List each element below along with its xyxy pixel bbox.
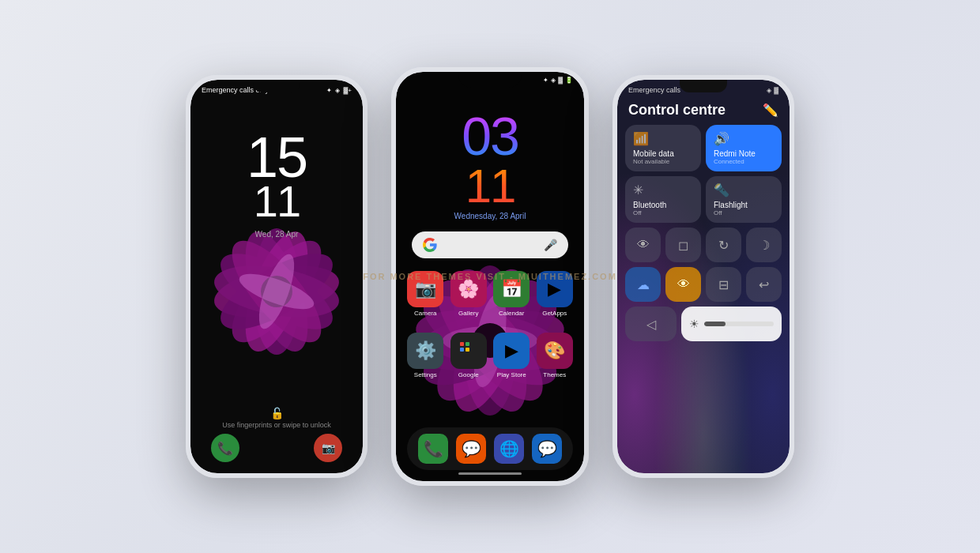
mobile-data-labels: Mobile data Not available	[633, 146, 693, 165]
app-settings[interactable]: ⚙️ Settings	[407, 333, 444, 378]
google-app-icon	[450, 333, 487, 369]
redmi-note-label: Redmi Note	[714, 149, 774, 158]
quick-tile-3[interactable]: ↻	[706, 228, 741, 262]
search-bar[interactable]: 🎤	[412, 231, 568, 258]
quick-tile-8[interactable]: ↩	[746, 267, 782, 302]
calendar-label: Calendar	[499, 310, 524, 317]
gallery-app-icon: 🌸	[450, 271, 487, 307]
control-row-1: 📶 Mobile data Not available 🔊 Redmi Note…	[625, 125, 782, 171]
status-icons: ✦ ◈ ▓+	[326, 87, 352, 94]
back-tile[interactable]: ◁	[625, 307, 677, 341]
rotation-icon: ↻	[718, 238, 729, 253]
camera-button[interactable]: 📷	[314, 434, 342, 462]
app-themes[interactable]: 🎨 Themes	[537, 333, 574, 378]
bluetooth-sublabel: Off	[633, 209, 693, 216]
dock-messages[interactable]: 💬	[456, 434, 486, 464]
control-header: Control centre ✏️	[617, 97, 790, 125]
camera-app-icon: 📷	[407, 271, 443, 307]
home-time-row: 03	[412, 109, 568, 163]
quick-tile-6[interactable]: 👁	[665, 267, 701, 302]
phone-button[interactable]: 📞	[211, 434, 239, 462]
notch	[253, 80, 300, 92]
app-playstore[interactable]: ▶ Play Store	[493, 333, 530, 378]
phone-lock-screen: Emergency calls only ✦ ◈ ▓+ 15 11 Wed, 2…	[186, 75, 368, 478]
svg-rect-27	[466, 342, 469, 346]
control-status-icons: ◈ ▓	[767, 87, 778, 94]
flashlight-sublabel: Off	[714, 209, 774, 216]
app-gallery[interactable]: 🌸 Gallery	[450, 271, 488, 317]
quick-tile-4[interactable]: ☽	[746, 228, 782, 262]
bluetooth-icon: ✦	[326, 87, 332, 94]
mobile-data-icon: 📶	[633, 131, 693, 146]
unlock-label: Use fingerprints or swipe to unlock	[222, 421, 331, 429]
bluetooth-label: Bluetooth	[633, 201, 693, 209]
edit-icon[interactable]: ✏️	[763, 103, 778, 118]
quick-tile-1[interactable]: 👁	[625, 228, 661, 262]
nfc-icon: 👁	[637, 238, 650, 252]
dock-browser[interactable]: 🌐	[494, 434, 524, 464]
settings-app-icon: ⚙️	[407, 333, 443, 369]
speaker-icon: 🔊	[714, 131, 774, 146]
app-calendar[interactable]: 📅 Calendar	[493, 271, 530, 317]
gallery-label: Gallery	[458, 310, 478, 317]
app-getapps[interactable]: ▶ GetApps	[537, 271, 574, 317]
camera-label: Camera	[414, 310, 436, 317]
home-indicator	[458, 472, 522, 475]
getapps-label: GetApps	[542, 310, 567, 317]
bluetooth-tile[interactable]: ✳ Bluetooth Off	[625, 176, 701, 223]
redmi-labels: Redmi Note Connected	[714, 146, 774, 165]
unlock-text: 🔓 Use fingerprints or swipe to unlock	[222, 407, 331, 429]
google-label: Google	[458, 371, 479, 378]
save-icon: ⊟	[718, 277, 729, 292]
phone-control-centre: Emergency calls ◈ ▓ Control centre ✏️ 📶	[612, 75, 794, 478]
app-camera[interactable]: 📷 Camera	[407, 271, 444, 317]
home-minute: 11	[466, 163, 515, 210]
playstore-label: Play Store	[497, 371, 526, 378]
brightness-icon: ☀	[689, 318, 699, 330]
brightness-bar	[704, 322, 774, 326]
phone-icon: 📞	[217, 441, 233, 456]
home-screen: ✦ ◈ ▓ 🔋 03 11 Wednesday, 28 April	[396, 72, 584, 481]
back-icon: ◁	[646, 317, 656, 332]
mobile-data-label: Mobile data	[633, 149, 693, 158]
microphone-icon[interactable]: 🎤	[544, 239, 557, 251]
dock-phone[interactable]: 📞	[418, 434, 448, 464]
app-google[interactable]: Google	[450, 333, 488, 378]
brightness-tile[interactable]: ☀	[681, 307, 782, 341]
redmi-note-tile[interactable]: 🔊 Redmi Note Connected	[706, 125, 782, 171]
control-row-2: ✳ Bluetooth Off 🔦 Flashlight Off	[625, 176, 782, 223]
mobile-data-tile[interactable]: 📶 Mobile data Not available	[625, 125, 701, 171]
home-time-display: 03 11 Wednesday, 28 April	[396, 109, 584, 220]
control-battery-icon: ▓	[774, 87, 778, 94]
control-status-text: Emergency calls	[628, 86, 680, 94]
quick-tile-2[interactable]: ◻	[665, 228, 701, 262]
lock-bottom-row: 📞 📷	[203, 434, 350, 462]
calendar-app-icon: 📅	[493, 271, 530, 307]
bluetooth-labels: Bluetooth Off	[633, 198, 693, 216]
dock-chat[interactable]: 💬	[532, 434, 562, 464]
wifi-icon: ◈	[335, 87, 340, 94]
flashlight-tile[interactable]: 🔦 Flashlight Off	[706, 176, 782, 223]
settings-label: Settings	[414, 371, 437, 378]
home-notch	[458, 72, 522, 88]
screenshot-icon: ◻	[678, 238, 688, 253]
phone-home-screen: ✦ ◈ ▓ 🔋 03 11 Wednesday, 28 April	[391, 67, 589, 486]
lock-time: 15 11	[247, 129, 307, 224]
control-notch	[680, 80, 727, 92]
dock: 📞 💬 🌐 💬	[407, 427, 573, 470]
control-row-5: ◁ ☀	[625, 307, 782, 341]
playstore-app-icon: ▶	[493, 333, 530, 369]
quick-tile-7[interactable]: ⊟	[706, 267, 741, 302]
control-centre-screen: Emergency calls ◈ ▓ Control centre ✏️ 📶	[617, 80, 790, 473]
home-date: Wednesday, 28 April	[412, 212, 568, 220]
quick-tile-5[interactable]: ☁	[625, 267, 661, 302]
lock-icon: 🔓	[270, 407, 284, 419]
camera-icon: 📷	[322, 442, 335, 454]
svg-rect-29	[466, 348, 469, 352]
eye-icon: 👁	[677, 277, 690, 292]
mobile-data-sublabel: Not available	[633, 158, 693, 165]
home-status-icons: ✦ ◈ ▓ 🔋	[543, 77, 573, 84]
flashlight-labels: Flashlight Off	[714, 198, 774, 216]
brightness-fill	[704, 322, 725, 326]
cast-icon: ☁	[637, 277, 650, 292]
